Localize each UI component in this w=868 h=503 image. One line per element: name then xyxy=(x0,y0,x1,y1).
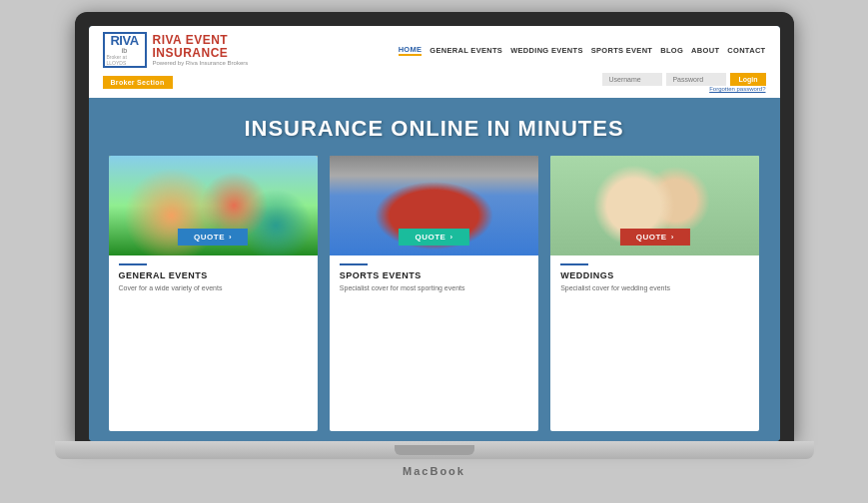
card-image-general-events: QUOTE › xyxy=(109,156,318,255)
logo-text-area: RIVA EVENT INSURANCE Powered by Riva Ins… xyxy=(153,34,249,66)
quote-button-sports-events[interactable]: QUOTE › xyxy=(399,229,468,246)
logo-subtitle: Powered by Riva Insurance Brokers xyxy=(153,60,249,66)
quote-button-weddings[interactable]: QUOTE › xyxy=(620,229,690,246)
card-divider xyxy=(340,263,368,265)
forgotten-password-link[interactable]: Forgotten password? xyxy=(709,86,765,92)
card-title-sports-events: SPORTS EVENTS xyxy=(340,270,528,280)
card-divider xyxy=(119,263,147,265)
nav-about[interactable]: ABOUT xyxy=(691,46,719,55)
card-title-weddings: WEDDINGS xyxy=(560,270,749,280)
card-desc-sports-events: Specialist cover for most sporting event… xyxy=(340,283,528,292)
card-sports-events: QUOTE › SPORTS EVENTS Specialist cover f… xyxy=(330,156,538,431)
username-input[interactable] xyxy=(602,73,662,86)
nav-general-events[interactable]: GENERAL EVENTS xyxy=(430,46,502,55)
logo-area: RIVA ib Broker at LLOYDS RIVA EVENT INSU… xyxy=(103,32,249,68)
logo-ib-text: ib xyxy=(122,47,127,54)
logo-title: RIVA EVENT INSURANCE xyxy=(153,34,249,60)
site-nav: HOME GENERAL EVENTS WEDDING EVENTS SPORT… xyxy=(399,45,766,56)
hero-title: INSURANCE ONLINE IN MINUTES xyxy=(109,116,760,142)
card-desc-general-events: Cover for a wide variety of events xyxy=(119,283,308,292)
card-general-events: QUOTE › GENERAL EVENTS Cover for a wide … xyxy=(109,156,318,431)
card-image-sports-events: QUOTE › xyxy=(330,156,538,255)
card-content-general-events: GENERAL EVENTS Cover for a wide variety … xyxy=(109,255,318,300)
quote-button-general-events[interactable]: QUOTE › xyxy=(178,229,248,246)
card-image-weddings: QUOTE › xyxy=(550,156,759,255)
logo-lloyds-text: Broker at LLOYDS xyxy=(107,54,143,66)
quote-arrow-icon: › xyxy=(449,233,452,242)
nav-blog[interactable]: BLOG xyxy=(660,46,683,55)
laptop-notch xyxy=(395,445,474,455)
card-title-general-events: GENERAL EVENTS xyxy=(119,270,308,280)
card-weddings: QUOTE › WEDDINGS Specialist cover for we… xyxy=(550,156,759,431)
laptop-screen: RIVA ib Broker at LLOYDS RIVA EVENT INSU… xyxy=(89,26,780,441)
laptop-wrapper: RIVA ib Broker at LLOYDS RIVA EVENT INSU… xyxy=(45,12,824,491)
site-header: RIVA ib Broker at LLOYDS RIVA EVENT INSU… xyxy=(89,26,780,98)
logo-riva-text: RIVA xyxy=(110,34,138,47)
login-button[interactable]: Login xyxy=(730,73,765,86)
header-bottom: Broker Section Login Forgotten password? xyxy=(103,73,766,92)
hero-section: INSURANCE ONLINE IN MINUTES xyxy=(89,98,780,156)
nav-sports-event[interactable]: SPORTS EVENT xyxy=(591,46,653,55)
nav-wedding-events[interactable]: WEDDING EVENTS xyxy=(510,46,583,55)
quote-arrow-icon: › xyxy=(229,233,232,242)
nav-contact[interactable]: CONTACT xyxy=(727,46,765,55)
login-area: Login xyxy=(602,73,765,86)
card-divider xyxy=(560,263,588,265)
broker-section-button[interactable]: Broker Section xyxy=(103,76,173,89)
quote-arrow-icon: › xyxy=(671,233,674,242)
cards-section: QUOTE › GENERAL EVENTS Cover for a wide … xyxy=(89,156,780,431)
card-content-weddings: WEDDINGS Specialist cover for wedding ev… xyxy=(550,255,759,300)
login-group: Login Forgotten password? xyxy=(602,73,765,92)
header-top: RIVA ib Broker at LLOYDS RIVA EVENT INSU… xyxy=(103,32,766,68)
card-desc-weddings: Specialist cover for wedding events xyxy=(560,283,749,292)
logo-box: RIVA ib Broker at LLOYDS xyxy=(103,32,147,68)
password-input[interactable] xyxy=(666,73,726,86)
laptop-base xyxy=(55,441,814,459)
laptop-bezel: RIVA ib Broker at LLOYDS RIVA EVENT INSU… xyxy=(75,12,794,441)
nav-home[interactable]: HOME xyxy=(399,45,423,56)
laptop-brand-label: MacBook xyxy=(403,461,465,479)
card-content-sports-events: SPORTS EVENTS Specialist cover for most … xyxy=(330,255,538,300)
website-content: RIVA ib Broker at LLOYDS RIVA EVENT INSU… xyxy=(89,26,780,441)
bottom-spacer xyxy=(89,431,780,441)
